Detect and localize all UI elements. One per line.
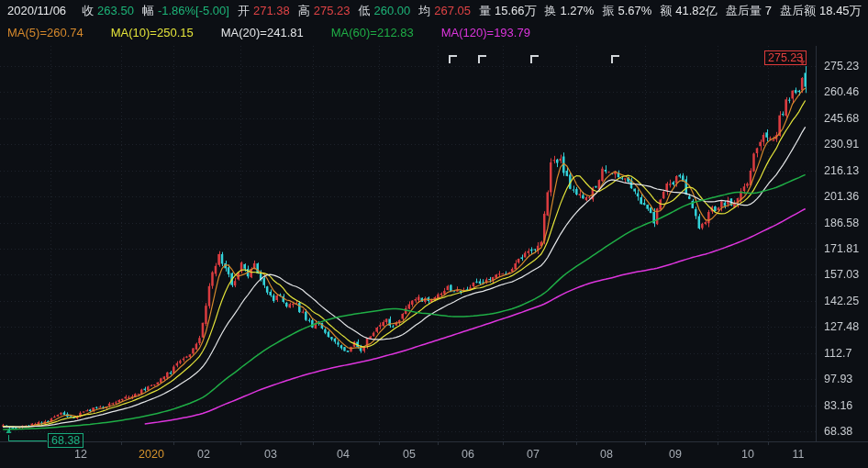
month-label: 12 [74,448,87,461]
field-label: 盘后量 [726,4,762,17]
corner-bracket-icon [478,55,486,63]
ohlc-header: 2020/11/06收263.50幅-1.86%[-5.00]开271.38高2… [7,3,862,19]
price-tick-label: 68.38 [824,425,852,438]
month-label: 04 [337,448,350,461]
month-label: 10 [741,448,754,461]
field-value: 267.05 [434,4,471,17]
field-label: 幅 [142,4,154,17]
price-tick-label: 142.25 [824,295,859,307]
trade-date: 2020/11/06 [7,4,66,17]
month-label: 07 [527,448,540,461]
field-label: 低 [358,4,370,17]
month-label: 2020 [139,448,164,461]
price-tick-label: 201.36 [824,190,859,203]
field-label: 换 [545,4,557,17]
field-value: 18.45万 [819,4,862,17]
field-value: -1.86%[-5.00] [158,4,229,17]
field-value: 5.67% [618,4,651,17]
ma-legend-item: MA(5)=260.74 [7,26,83,39]
field-value: 41.82亿 [675,4,718,17]
corner-bracket-icon [449,55,457,63]
field-label: 量 [479,4,491,17]
price-tick-label: 275.23 [824,60,859,72]
price-tick-label: 245.68 [824,112,859,125]
corner-bracket-icon [611,55,619,63]
month-label: 06 [462,448,474,461]
ma-legend-item: MA(60)=212.83 [331,26,414,39]
field-value: 275.23 [314,4,351,17]
price-tick-label: 171.81 [824,242,859,255]
price-tick-label: 83.16 [824,399,852,412]
ma-legend-item: MA(20)=241.81 [221,26,304,39]
month-label: 09 [669,448,682,461]
field-label: 盘后额 [780,4,816,17]
period-high-tag: 275.23 [764,50,807,65]
ma-legend-item: MA(120)=193.79 [441,26,530,39]
ma-legend-item: MA(10)=250.15 [111,26,194,39]
field-value: 271.38 [253,4,290,17]
ma-legend: MA(5)=260.74MA(10)=250.15MA(20)=241.81MA… [7,25,558,41]
month-label: 05 [403,448,416,461]
field-label: 开 [238,4,250,17]
price-tick-label: 186.58 [824,217,859,229]
field-label: 额 [660,4,672,17]
price-tick-label: 230.91 [824,138,859,150]
month-label: 02 [197,448,210,461]
field-label: 收 [82,4,94,17]
stock-chart-app: 2020/11/06收263.50幅-1.86%[-5.00]开271.38高2… [0,0,868,468]
month-label: 03 [264,448,277,461]
field-label: 高 [298,4,310,17]
field-label: 振 [602,4,614,17]
price-tick-label: 97.93 [824,373,852,385]
price-tick-label: 157.03 [824,268,859,281]
price-tick-label: 216.13 [824,164,859,177]
field-value: 1.27% [561,4,595,17]
field-value: 15.66万 [495,4,537,17]
field-value: 260.00 [373,4,410,17]
header-fields: 收263.50幅-1.86%[-5.00]开271.38高275.23低260.… [73,4,862,17]
month-label: 11 [793,448,805,461]
corner-bracket-icon [530,55,539,63]
field-label: 均 [418,4,430,17]
price-tick-label: 260.46 [824,85,859,98]
field-value: 7 [765,4,772,17]
price-tick-label: 112.7 [824,347,851,360]
kline-canvas[interactable] [0,0,868,468]
price-tick-label: 127.48 [824,320,859,333]
period-low-tag: 68.38 [48,433,83,448]
field-value: 263.50 [97,4,134,17]
month-label: 08 [600,448,613,461]
